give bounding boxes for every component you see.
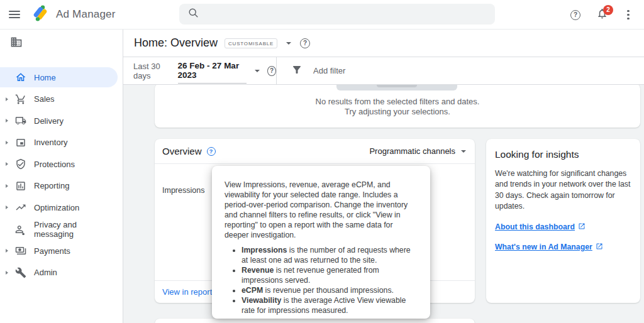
expand-chevron-icon[interactable] <box>6 184 8 188</box>
trending-up-icon <box>15 202 26 213</box>
hamburger-menu-icon[interactable] <box>0 0 29 30</box>
date-caret-icon[interactable] <box>255 70 260 72</box>
no-results-line2: Try adjusting your selections. <box>155 107 640 117</box>
add-filter-label: Add filter <box>313 66 345 75</box>
overview-help-tooltip: View Impressions, revenue, average eCPM,… <box>212 166 430 319</box>
wrench-icon <box>15 267 26 278</box>
channel-filter-select[interactable]: Programmatic channels <box>369 146 455 156</box>
sidebar-nav: HomeSalesDeliveryInventoryProtectionsRep… <box>0 67 123 283</box>
sidebar-item-label: Inventory <box>34 138 67 147</box>
expand-chevron-icon[interactable] <box>6 141 8 145</box>
expand-chevron-icon[interactable] <box>6 97 8 101</box>
sidebar-item-admin[interactable]: Admin <box>0 263 118 283</box>
expand-chevron-icon[interactable] <box>6 205 8 209</box>
sidebar-item-privacy-and-messaging[interactable]: Privacy and messaging <box>0 219 118 239</box>
sidebar-item-label: Protections <box>34 160 75 169</box>
overview-card-header: Overview ? Programmatic channels <box>155 139 475 164</box>
sidebar-item-label: Privacy and messaging <box>34 220 118 239</box>
person-badge-icon <box>15 224 26 235</box>
ad-manager-app: Ad Manager ? 2 <box>0 0 644 323</box>
insights-card: Looking for insights We're watching for … <box>486 139 640 303</box>
tooltip-bullet-viewability: Viewability is the average Active View v… <box>242 295 415 315</box>
building-icon <box>10 36 23 51</box>
sidebar-item-home[interactable]: Home <box>0 67 118 87</box>
no-results-line1: No results from the selected filters and… <box>155 97 640 107</box>
page-help-icon[interactable]: ? <box>300 38 310 48</box>
page-header: Home: Overview CUSTOMISABLE ? <box>123 30 644 57</box>
date-help-icon[interactable]: ? <box>267 66 276 76</box>
truck-icon <box>15 115 26 126</box>
expand-chevron-icon[interactable] <box>6 162 8 166</box>
ad-manager-logo-icon <box>30 3 50 26</box>
sidebar-item-reporting[interactable]: Reporting <box>0 176 118 196</box>
insights-link-about-this-dashboard[interactable]: About this dashboard <box>495 222 575 231</box>
tooltip-bullet-ecpm: eCPM is revenue per thousand impressions… <box>242 285 415 295</box>
network-switcher[interactable] <box>0 30 123 57</box>
insights-link-what-s-new-in-ad-manager[interactable]: What's new in Ad Manager <box>495 243 592 251</box>
sidebar-item-label: Admin <box>34 268 57 277</box>
main-area: Home: Overview CUSTOMISABLE ? Last 30 da… <box>123 30 644 323</box>
date-range-picker[interactable]: Last 30 days 26 Feb - 27 Mar 2023 ? <box>123 57 277 84</box>
date-range-preset-label: Last 30 days <box>133 62 172 80</box>
insights-body: We're watching for significant changes a… <box>495 168 631 212</box>
sidebar-item-sales[interactable]: Sales <box>0 89 118 109</box>
scroll-handle-notch <box>377 85 417 87</box>
sidebar: HomeSalesDeliveryInventoryProtectionsRep… <box>0 30 123 323</box>
tooltip-bullet-revenue: Revenue is net revenue generated from im… <box>242 265 415 285</box>
add-filter-control[interactable]: Add filter <box>277 57 345 84</box>
tooltip-bullet-impressions: Impressions is the number of ad requests… <box>242 245 415 265</box>
sidebar-item-label: Payments <box>34 246 70 256</box>
customisable-badge: CUSTOMISABLE <box>225 38 277 48</box>
app-title: Ad Manager <box>56 8 116 21</box>
next-card-partial <box>155 319 475 323</box>
notification-count-badge: 2 <box>603 5 613 15</box>
chart-scroll-handle[interactable] <box>336 85 457 90</box>
tooltip-bullet-list: Impressions is the number of ad requests… <box>225 245 415 315</box>
sidebar-item-label: Reporting <box>34 181 69 190</box>
insights-link-row: About this dashboard <box>495 221 631 233</box>
external-link-icon <box>596 241 603 253</box>
hamburger-lines <box>9 9 20 20</box>
sidebar-item-protections[interactable]: Protections <box>0 154 118 174</box>
topbar-actions: ? 2 <box>565 0 639 30</box>
dashboard-content: No results from the selected filters and… <box>123 85 644 323</box>
insights-links: About this dashboardWhat's new in Ad Man… <box>495 221 631 253</box>
sidebar-item-inventory[interactable]: Inventory <box>0 133 118 153</box>
top-app-bar: Ad Manager ? 2 <box>0 0 644 30</box>
overview-title: Overview <box>162 146 202 156</box>
insights-title: Looking for insights <box>495 149 631 160</box>
bar-chart-icon <box>15 180 26 192</box>
sidebar-item-label: Sales <box>34 94 55 104</box>
search-icon <box>187 7 199 21</box>
page-dropdown-caret-icon[interactable] <box>286 42 291 45</box>
expand-chevron-icon[interactable] <box>6 249 8 253</box>
no-results-card: No results from the selected filters and… <box>155 85 640 128</box>
date-range-value[interactable]: 26 Feb - 27 Mar 2023 <box>178 61 247 84</box>
sidebar-item-label: Optimization <box>34 203 79 212</box>
shield-check-icon <box>15 158 26 170</box>
inventory-icon <box>15 137 26 148</box>
expand-chevron-icon[interactable] <box>6 271 8 275</box>
help-button[interactable]: ? <box>565 4 586 26</box>
external-link-icon <box>578 221 586 233</box>
cart-icon <box>15 94 26 105</box>
help-icon: ? <box>570 10 580 20</box>
search-input[interactable] <box>179 4 495 25</box>
filter-funnel-icon <box>291 64 303 78</box>
sidebar-item-delivery[interactable]: Delivery <box>0 111 118 131</box>
sidebar-item-payments[interactable]: Payments <box>0 241 118 261</box>
sidebar-item-label: Delivery <box>34 116 64 126</box>
more-options-button[interactable] <box>618 4 639 26</box>
home-icon <box>15 72 26 83</box>
tooltip-paragraph: View Impressions, revenue, average eCPM,… <box>225 180 415 240</box>
kebab-menu-icon <box>627 8 630 21</box>
page-title: Home: Overview <box>134 36 218 50</box>
notifications-button[interactable]: 2 <box>591 4 613 26</box>
sidebar-item-optimization[interactable]: Optimization <box>0 197 118 217</box>
expand-chevron-icon[interactable] <box>6 119 8 123</box>
overview-help-icon[interactable]: ? <box>207 147 216 156</box>
payments-icon <box>15 245 26 256</box>
filter-bar: Last 30 days 26 Feb - 27 Mar 2023 ? Add … <box>123 57 644 85</box>
channel-caret-icon[interactable] <box>461 150 466 153</box>
insights-link-row: What's new in Ad Manager <box>495 241 631 253</box>
